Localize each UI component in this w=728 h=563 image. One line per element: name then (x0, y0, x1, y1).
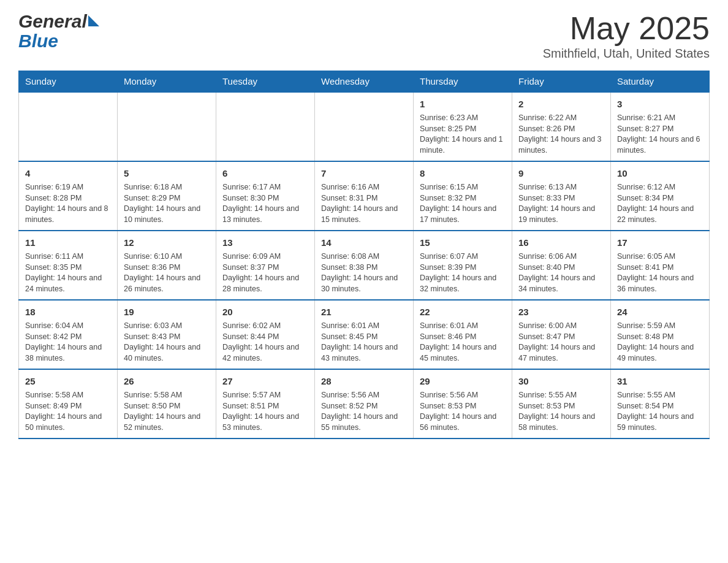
title-block: May 2025 Smithfield, Utah, United States (543, 12, 710, 61)
day-info: Sunrise: 6:22 AMSunset: 8:26 PMDaylight:… (518, 113, 604, 156)
table-row: 24Sunrise: 5:59 AMSunset: 8:48 PMDayligh… (611, 300, 710, 369)
table-row: 31Sunrise: 5:55 AMSunset: 8:54 PMDayligh… (611, 369, 710, 439)
table-row: 1Sunrise: 6:23 AMSunset: 8:25 PMDaylight… (414, 92, 512, 161)
table-row: 18Sunrise: 6:04 AMSunset: 8:42 PMDayligh… (19, 300, 118, 369)
col-monday: Monday (118, 71, 216, 93)
table-row: 30Sunrise: 5:55 AMSunset: 8:53 PMDayligh… (512, 369, 611, 439)
day-info: Sunrise: 6:15 AMSunset: 8:32 PMDaylight:… (420, 182, 506, 225)
table-row: 9Sunrise: 6:13 AMSunset: 8:33 PMDaylight… (512, 161, 611, 231)
table-row: 17Sunrise: 6:05 AMSunset: 8:41 PMDayligh… (611, 231, 710, 300)
day-info: Sunrise: 5:58 AMSunset: 8:50 PMDaylight:… (124, 390, 210, 433)
day-info: Sunrise: 6:04 AMSunset: 8:42 PMDaylight:… (25, 321, 111, 364)
day-number: 2 (518, 98, 604, 110)
day-info: Sunrise: 6:18 AMSunset: 8:29 PMDaylight:… (124, 182, 210, 225)
calendar-week-row: 18Sunrise: 6:04 AMSunset: 8:42 PMDayligh… (19, 300, 710, 369)
day-info: Sunrise: 6:09 AMSunset: 8:37 PMDaylight:… (222, 251, 308, 294)
table-row (216, 92, 315, 161)
day-info: Sunrise: 6:01 AMSunset: 8:45 PMDaylight:… (321, 321, 407, 364)
day-info: Sunrise: 6:08 AMSunset: 8:38 PMDaylight:… (321, 251, 407, 294)
table-row: 6Sunrise: 6:17 AMSunset: 8:30 PMDaylight… (216, 161, 315, 231)
table-row: 20Sunrise: 6:02 AMSunset: 8:44 PMDayligh… (216, 300, 315, 369)
calendar-table: Sunday Monday Tuesday Wednesday Thursday… (18, 71, 710, 439)
day-number: 24 (617, 305, 703, 318)
day-number: 22 (420, 305, 506, 318)
table-row: 13Sunrise: 6:09 AMSunset: 8:37 PMDayligh… (216, 231, 315, 300)
calendar-header-row: Sunday Monday Tuesday Wednesday Thursday… (19, 71, 710, 93)
calendar-title: May 2025 (543, 12, 710, 44)
day-number: 20 (222, 305, 308, 318)
day-number: 10 (617, 167, 703, 180)
day-info: Sunrise: 6:06 AMSunset: 8:40 PMDaylight:… (518, 251, 604, 294)
day-number: 29 (420, 375, 506, 388)
day-number: 23 (518, 305, 604, 318)
day-number: 17 (617, 236, 703, 249)
table-row: 25Sunrise: 5:58 AMSunset: 8:49 PMDayligh… (19, 369, 118, 439)
calendar-week-row: 4Sunrise: 6:19 AMSunset: 8:28 PMDaylight… (19, 161, 710, 231)
table-row: 11Sunrise: 6:11 AMSunset: 8:35 PMDayligh… (19, 231, 118, 300)
day-info: Sunrise: 6:07 AMSunset: 8:39 PMDaylight:… (420, 251, 506, 294)
day-number: 6 (222, 167, 308, 180)
calendar-week-row: 11Sunrise: 6:11 AMSunset: 8:35 PMDayligh… (19, 231, 710, 300)
day-info: Sunrise: 6:01 AMSunset: 8:46 PMDaylight:… (420, 321, 506, 364)
day-info: Sunrise: 5:55 AMSunset: 8:54 PMDaylight:… (617, 390, 703, 433)
table-row: 19Sunrise: 6:03 AMSunset: 8:43 PMDayligh… (118, 300, 216, 369)
table-row: 28Sunrise: 5:56 AMSunset: 8:52 PMDayligh… (315, 369, 414, 439)
calendar-location: Smithfield, Utah, United States (543, 47, 710, 61)
day-info: Sunrise: 6:17 AMSunset: 8:30 PMDaylight:… (222, 182, 308, 225)
day-number: 28 (321, 375, 407, 388)
table-row: 14Sunrise: 6:08 AMSunset: 8:38 PMDayligh… (315, 231, 414, 300)
day-info: Sunrise: 6:12 AMSunset: 8:34 PMDaylight:… (617, 182, 703, 225)
col-wednesday: Wednesday (315, 71, 414, 93)
day-number: 13 (222, 236, 308, 249)
day-number: 14 (321, 236, 407, 249)
day-info: Sunrise: 6:19 AMSunset: 8:28 PMDaylight:… (25, 182, 111, 225)
day-number: 21 (321, 305, 407, 318)
table-row: 16Sunrise: 6:06 AMSunset: 8:40 PMDayligh… (512, 231, 611, 300)
page-header: General Blue May 2025 Smithfield, Utah, … (18, 12, 710, 61)
day-number: 26 (124, 375, 210, 388)
day-info: Sunrise: 6:10 AMSunset: 8:36 PMDaylight:… (124, 251, 210, 294)
table-row: 4Sunrise: 6:19 AMSunset: 8:28 PMDaylight… (19, 161, 118, 231)
day-info: Sunrise: 6:13 AMSunset: 8:33 PMDaylight:… (518, 182, 604, 225)
col-saturday: Saturday (611, 71, 710, 93)
day-number: 3 (617, 98, 703, 110)
table-row: 10Sunrise: 6:12 AMSunset: 8:34 PMDayligh… (611, 161, 710, 231)
table-row: 5Sunrise: 6:18 AMSunset: 8:29 PMDaylight… (118, 161, 216, 231)
table-row (315, 92, 414, 161)
day-number: 15 (420, 236, 506, 249)
table-row: 8Sunrise: 6:15 AMSunset: 8:32 PMDaylight… (414, 161, 512, 231)
table-row: 22Sunrise: 6:01 AMSunset: 8:46 PMDayligh… (414, 300, 512, 369)
table-row (118, 92, 216, 161)
table-row: 29Sunrise: 5:56 AMSunset: 8:53 PMDayligh… (414, 369, 512, 439)
day-number: 27 (222, 375, 308, 388)
table-row (19, 92, 118, 161)
col-sunday: Sunday (19, 71, 118, 93)
day-info: Sunrise: 5:56 AMSunset: 8:53 PMDaylight:… (420, 390, 506, 433)
table-row: 21Sunrise: 6:01 AMSunset: 8:45 PMDayligh… (315, 300, 414, 369)
day-number: 11 (25, 236, 111, 249)
day-number: 18 (25, 305, 111, 318)
day-number: 25 (25, 375, 111, 388)
day-info: Sunrise: 5:56 AMSunset: 8:52 PMDaylight:… (321, 390, 407, 433)
day-info: Sunrise: 6:23 AMSunset: 8:25 PMDaylight:… (420, 113, 506, 156)
calendar-week-row: 1Sunrise: 6:23 AMSunset: 8:25 PMDaylight… (19, 92, 710, 161)
day-number: 16 (518, 236, 604, 249)
day-info: Sunrise: 6:21 AMSunset: 8:27 PMDaylight:… (617, 113, 703, 156)
table-row: 15Sunrise: 6:07 AMSunset: 8:39 PMDayligh… (414, 231, 512, 300)
day-info: Sunrise: 5:58 AMSunset: 8:49 PMDaylight:… (25, 390, 111, 433)
day-number: 12 (124, 236, 210, 249)
day-info: Sunrise: 6:03 AMSunset: 8:43 PMDaylight:… (124, 321, 210, 364)
day-number: 8 (420, 167, 506, 180)
day-info: Sunrise: 6:00 AMSunset: 8:47 PMDaylight:… (518, 321, 604, 364)
day-info: Sunrise: 6:11 AMSunset: 8:35 PMDaylight:… (25, 251, 111, 294)
day-number: 30 (518, 375, 604, 388)
col-tuesday: Tuesday (216, 71, 315, 93)
col-thursday: Thursday (414, 71, 512, 93)
day-number: 9 (518, 167, 604, 180)
logo: General Blue (18, 12, 100, 50)
day-number: 1 (420, 98, 506, 110)
day-number: 4 (25, 167, 111, 180)
day-info: Sunrise: 6:16 AMSunset: 8:31 PMDaylight:… (321, 182, 407, 225)
table-row: 7Sunrise: 6:16 AMSunset: 8:31 PMDaylight… (315, 161, 414, 231)
day-info: Sunrise: 5:57 AMSunset: 8:51 PMDaylight:… (222, 390, 308, 433)
